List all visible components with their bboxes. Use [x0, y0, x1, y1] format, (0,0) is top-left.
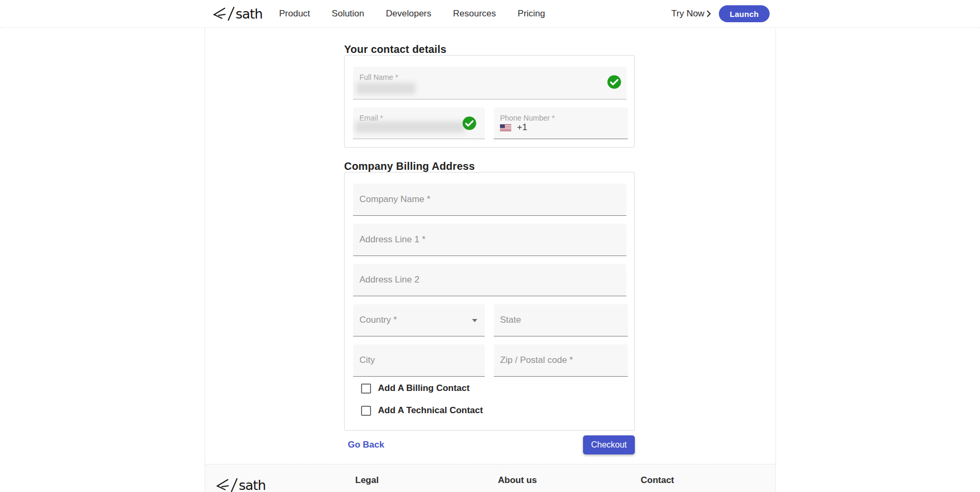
full-name-redacted-value: [356, 83, 415, 94]
launch-button[interactable]: Launch: [719, 5, 770, 22]
zip-field: [494, 344, 628, 377]
zip-input[interactable]: [494, 344, 628, 376]
add-technical-contact-row[interactable]: Add A Technical Contact: [361, 405, 483, 416]
add-technical-contact-label: Add A Technical Contact: [378, 405, 483, 416]
add-billing-contact-checkbox[interactable]: [361, 384, 371, 394]
sath-logo-icon: sath: [211, 5, 266, 23]
address-line1-input[interactable]: [353, 224, 626, 256]
add-billing-contact-row[interactable]: Add A Billing Contact: [361, 383, 469, 394]
city-input[interactable]: [353, 344, 485, 376]
add-billing-contact-label: Add A Billing Contact: [378, 383, 469, 394]
city-field: [353, 344, 485, 377]
state-input[interactable]: [494, 304, 628, 336]
top-navbar: sath Product Solution Developers Resourc…: [0, 0, 980, 28]
footer-logo-icon: sath: [214, 476, 269, 492]
full-name-valid-check-icon: [607, 75, 622, 89]
chevron-right-icon: [706, 10, 711, 17]
phone-number-field[interactable]: Phone Number * +1: [494, 107, 628, 139]
company-name-input[interactable]: [353, 184, 626, 215]
footer: sath Legal About us Contact: [205, 464, 775, 492]
address-line2-field: [353, 264, 626, 296]
content-right-border: [775, 0, 776, 492]
nav-item-product[interactable]: Product: [279, 8, 310, 19]
company-name-field: [353, 184, 626, 216]
state-field: [494, 304, 628, 336]
nav-item-pricing[interactable]: Pricing: [517, 8, 545, 19]
contact-details-heading: Your contact details: [344, 43, 447, 56]
footer-col-legal: Legal: [355, 475, 378, 486]
email-field[interactable]: Email *: [353, 107, 485, 139]
address-line2-input[interactable]: [353, 264, 626, 296]
country-select-value: Country *: [353, 304, 485, 336]
try-now-label: Try Now: [671, 8, 705, 19]
us-flag-icon[interactable]: [500, 124, 511, 131]
go-back-link[interactable]: Go Back: [348, 440, 384, 450]
email-redacted-value: [355, 121, 465, 133]
country-select[interactable]: Country *: [353, 304, 485, 336]
full-name-label: Full Name *: [359, 73, 398, 81]
nav-item-developers[interactable]: Developers: [386, 8, 431, 19]
logo-wordmark: sath: [236, 6, 263, 22]
full-name-field[interactable]: Full Name *: [353, 67, 626, 99]
footer-col-contact: Contact: [641, 475, 674, 486]
checkout-button[interactable]: Checkout: [583, 435, 635, 454]
contact-details-card: Full Name * Email * Phone Number * +1: [344, 55, 635, 148]
dial-code: +1: [517, 122, 527, 133]
add-technical-contact-checkbox[interactable]: [361, 406, 371, 416]
sath-logo[interactable]: sath: [211, 5, 266, 25]
email-valid-check-icon: [462, 116, 477, 131]
try-now-link[interactable]: Try Now: [671, 0, 711, 28]
billing-address-card: Country * Add A Billing Contact Add A Te…: [344, 172, 635, 431]
chevron-down-icon: [472, 319, 477, 322]
footer-sath-logo[interactable]: sath: [214, 476, 269, 492]
nav-item-solution[interactable]: Solution: [332, 8, 364, 19]
nav-item-resources[interactable]: Resources: [453, 8, 496, 19]
content-left-border: [205, 0, 205, 492]
address-line1-field: [353, 224, 626, 256]
billing-address-heading: Company Billing Address: [344, 160, 475, 172]
footer-logo-wordmark: sath: [239, 478, 266, 492]
footer-col-about: About us: [498, 475, 537, 486]
phone-number-label: Phone Number *: [500, 114, 555, 122]
main-nav: Product Solution Developers Resources Pr…: [279, 0, 545, 28]
